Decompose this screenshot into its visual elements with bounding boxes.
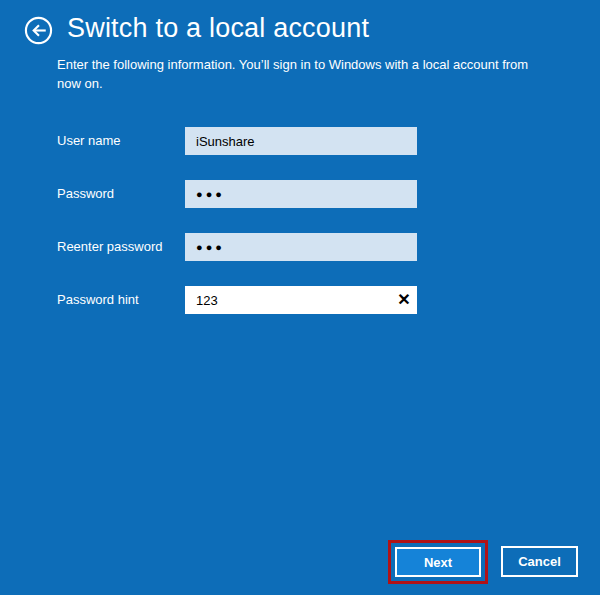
next-button[interactable]: Next	[395, 547, 481, 577]
username-label: User name	[57, 127, 121, 155]
form-row-username: User name	[57, 127, 422, 155]
form-row-password-hint: Password hint ✕	[57, 286, 422, 314]
password-label: Password	[57, 180, 114, 208]
next-button-red-highlight: Next	[388, 540, 488, 584]
clear-input-icon[interactable]: ✕	[391, 286, 417, 314]
page-subtitle: Enter the following information. You’ll …	[57, 55, 528, 93]
form-row-password: Password	[57, 180, 422, 208]
reenter-password-label: Reenter password	[57, 233, 163, 261]
username-input[interactable]	[185, 127, 417, 155]
subtitle-line-2: now on.	[57, 74, 528, 93]
reenter-password-input[interactable]	[185, 233, 417, 261]
password-hint-input[interactable]	[185, 286, 417, 314]
subtitle-line-1: Enter the following information. You’ll …	[57, 55, 528, 74]
cancel-button[interactable]: Cancel	[501, 546, 578, 577]
form-row-reenter-password: Reenter password	[57, 233, 422, 261]
back-button[interactable]	[24, 16, 53, 45]
page-title: Switch to a local account	[67, 13, 369, 44]
password-hint-label: Password hint	[57, 286, 139, 314]
switch-to-local-account-screen: Switch to a local account Enter the foll…	[0, 0, 600, 595]
password-input[interactable]	[185, 180, 417, 208]
back-arrow-icon	[24, 16, 53, 45]
